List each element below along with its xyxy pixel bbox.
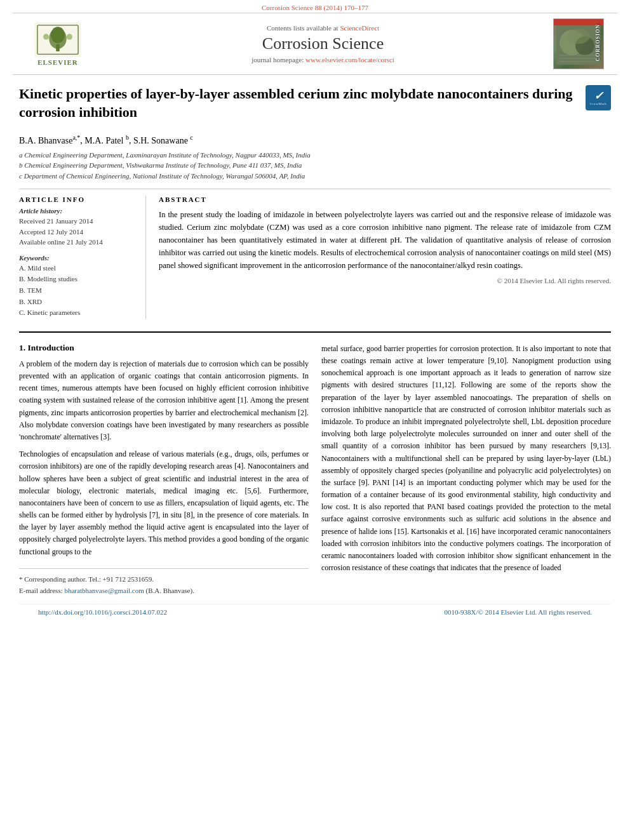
email-label: E-mail address: xyxy=(19,587,64,594)
section1-right-para1: metal surface, good barrier properties f… xyxy=(321,343,611,575)
author1-name: B.A. Bhanvase xyxy=(19,136,72,145)
email-link[interactable]: bharatbhanvase@gmail.com xyxy=(64,587,144,594)
section1-para2: Technologies of encapsulation and releas… xyxy=(19,448,309,558)
affiliations: a Chemical Engineering Department, Laxmi… xyxy=(19,150,611,182)
abstract-copyright: © 2014 Elsevier Ltd. All rights reserved… xyxy=(159,277,611,284)
journal-center: Contents lists available at ScienceDirec… xyxy=(93,24,553,63)
journal-cover: CORROSION xyxy=(553,18,607,69)
main-content: Kinetic properties of layer-by-layer ass… xyxy=(19,75,611,620)
accepted-date: Accepted 12 July 2014 xyxy=(19,227,135,237)
elsevier-text: ELSEVIER xyxy=(37,58,78,66)
crossmark-symbol: ✓ xyxy=(594,90,603,102)
svg-point-5 xyxy=(43,34,49,39)
svg-point-4 xyxy=(51,27,65,43)
page: Corrosion Science 88 (2014) 170–177 ELSE… xyxy=(0,0,630,620)
doi-text: Corrosion Science 88 (2014) 170–177 xyxy=(262,4,368,11)
affiliation-c: c Department of Chemical Engineering, Na… xyxy=(19,171,611,182)
footer-issn: 0010-938X/© 2014 Elsevier Ltd. All right… xyxy=(444,608,592,616)
doi-bar: Corrosion Science 88 (2014) 170–177 xyxy=(0,0,630,13)
article-title-section: Kinetic properties of layer-by-layer ass… xyxy=(19,85,611,128)
section1-para1: A problem of the modern day is rejection… xyxy=(19,358,309,443)
affiliation-b: b Chemical Engineering Department, Vishw… xyxy=(19,160,611,171)
abstract-text: In the present study the loading of imid… xyxy=(159,208,611,272)
history-label: Article history: xyxy=(19,207,135,215)
keyword-2: B. Modelling studies xyxy=(19,274,135,285)
abstract-title: ABSTRACT xyxy=(159,196,611,203)
elsevier-logo: ELSEVIER xyxy=(23,22,93,66)
journal-homepage-link[interactable]: www.elsevier.com/locate/corsci xyxy=(305,56,394,63)
journal-header: ELSEVIER Contents lists available at Sci… xyxy=(13,13,617,75)
sciencedirect-link: Contents lists available at ScienceDirec… xyxy=(93,24,553,32)
keyword-3: B. TEM xyxy=(19,285,135,297)
article-title: Kinetic properties of layer-by-layer ass… xyxy=(19,85,575,121)
email-name: (B.A. Bhanvase). xyxy=(146,587,194,594)
abstract-section: ABSTRACT In the present study the loadin… xyxy=(159,196,611,318)
affiliation-a: a Chemical Engineering Department, Laxmi… xyxy=(19,150,611,161)
footnote-email: E-mail address: bharatbhanvase@gmail.com… xyxy=(19,585,309,596)
crossmark-logo[interactable]: ✓ CrossMark xyxy=(586,85,611,110)
col-right: metal surface, good barrier properties f… xyxy=(321,343,611,597)
sciencedirect-url[interactable]: ScienceDirect xyxy=(340,24,379,32)
article-info: ARTICLE INFO Article history: Received 2… xyxy=(19,196,146,318)
author3-sup: c xyxy=(190,134,192,141)
page-footer: http://dx.doi.org/10.1016/j.corsci.2014.… xyxy=(19,604,611,620)
col-left: 1. Introduction A problem of the modern … xyxy=(19,343,309,597)
body-divider xyxy=(19,331,611,333)
svg-point-10 xyxy=(567,29,590,44)
author1-sup: a,* xyxy=(72,134,80,141)
article-info-title: ARTICLE INFO xyxy=(19,196,135,203)
section1-heading: 1. Introduction xyxy=(19,343,309,353)
footer-doi-link[interactable]: http://dx.doi.org/10.1016/j.corsci.2014.… xyxy=(38,608,167,616)
keyword-4: B. XRD xyxy=(19,297,135,308)
author2-name: , M.A. Patel xyxy=(80,136,123,145)
article-title-text: Kinetic properties of layer-by-layer ass… xyxy=(19,85,575,128)
keywords-label: Keywords: xyxy=(19,254,135,262)
journal-homepage: journal homepage: www.elsevier.com/locat… xyxy=(93,56,553,63)
cover-text-corrosion: CORROSION xyxy=(595,24,601,61)
journal-title: Corrosion Science xyxy=(93,34,553,53)
two-columns: 1. Introduction A problem of the modern … xyxy=(19,343,611,597)
cover-illustration xyxy=(556,23,601,65)
received-date: Received 21 January 2014 xyxy=(19,216,135,227)
author3-name: , S.H. Sonawane xyxy=(129,136,188,145)
keyword-5: C. Kinetic parameters xyxy=(19,307,135,319)
footnotes-area: * Corresponding author. Tel.: +91 712 25… xyxy=(19,568,309,596)
article-info-abstract: ARTICLE INFO Article history: Received 2… xyxy=(19,196,611,318)
keywords-section: Keywords: A. Mild steel B. Modelling stu… xyxy=(19,254,135,319)
cover-image: CORROSION xyxy=(553,18,604,69)
svg-point-6 xyxy=(67,34,72,39)
footnote-star: * Corresponding author. Tel.: +91 712 25… xyxy=(19,574,309,585)
elsevier-tree-icon xyxy=(32,22,83,57)
available-date: Available online 21 July 2014 xyxy=(19,237,135,248)
keyword-1: A. Mild steel xyxy=(19,263,135,274)
crossmark-text: CrossMark xyxy=(590,102,607,105)
authors: B.A. Bhanvasea,*, M.A. Patel b, S.H. Son… xyxy=(19,134,611,146)
header-divider xyxy=(19,189,611,189)
